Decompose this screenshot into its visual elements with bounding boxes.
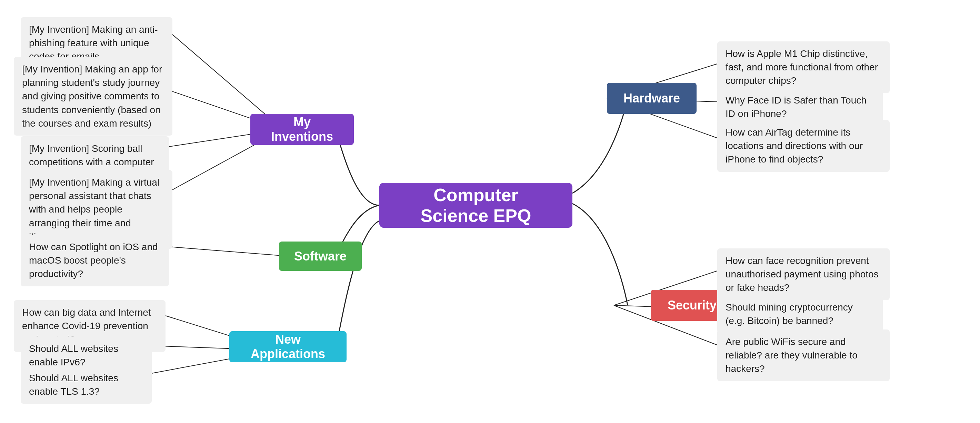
svg-line-4 xyxy=(169,247,286,256)
leaf-hw1: How is Apple M1 Chip distinctive, fast, … xyxy=(717,42,890,93)
leaf-inv2: [My Invention] Making an app for plannin… xyxy=(14,57,172,136)
branch-new-applications: New Applications xyxy=(229,331,347,362)
branch-software: Software xyxy=(279,241,362,271)
center-node: Computer Science EPQ xyxy=(379,183,573,228)
branch-hardware: Hardware xyxy=(607,83,697,114)
leaf-sec1: How can face recognition prevent unautho… xyxy=(717,248,890,300)
mind-map: Computer Science EPQ My Inventions Softw… xyxy=(0,0,980,423)
leaf-hw3: How can AirTag determine its locations a… xyxy=(717,120,890,172)
leaf-na3: Should ALL websites enable TLS 1.3? xyxy=(21,366,152,404)
branch-my-inventions: My Inventions xyxy=(250,114,354,145)
leaf-sec2: Should mining cryptocurrency (e.g. Bitco… xyxy=(717,295,883,333)
leaf-sec3: Are public WiFis secure and reliable? ar… xyxy=(717,329,890,381)
leaf-sw1: How can Spotlight on iOS and macOS boost… xyxy=(21,235,169,286)
